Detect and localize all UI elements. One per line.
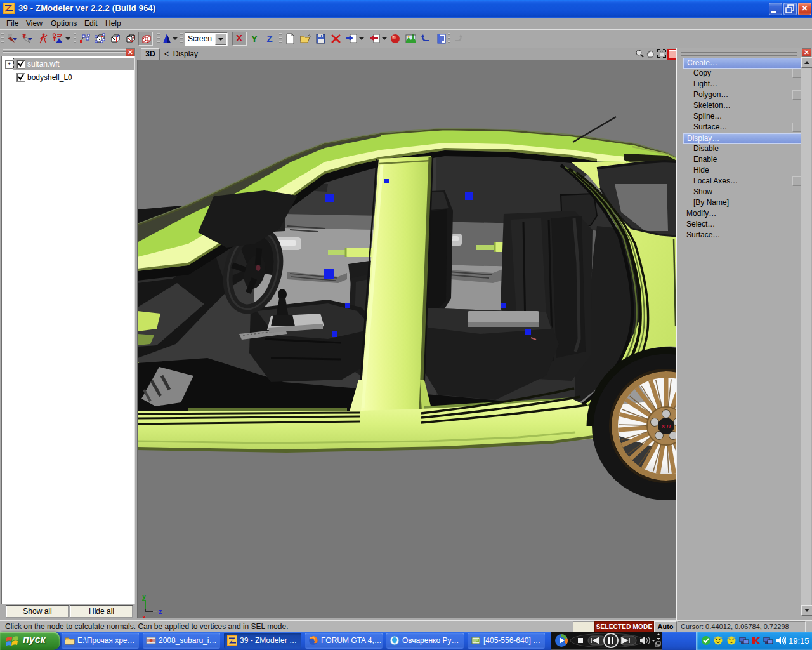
- svg-text:y: y: [142, 592, 147, 600]
- svg-text:z: z: [159, 607, 162, 615]
- svg-text:x: x: [142, 613, 147, 618]
- svg-text:STI: STI: [662, 423, 671, 430]
